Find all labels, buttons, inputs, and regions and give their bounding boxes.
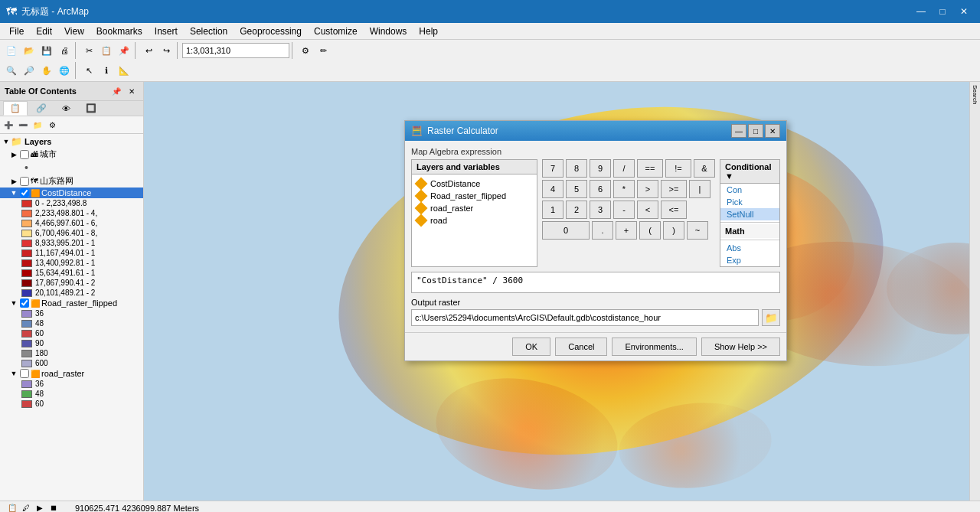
cond-pick[interactable]: Pick (720, 196, 779, 208)
menu-customize[interactable]: Customize (308, 24, 364, 38)
calc-0[interactable]: 0 (542, 221, 590, 240)
ok-button[interactable]: OK (512, 338, 550, 356)
tb-cut[interactable]: ✂ (80, 42, 97, 59)
calc-8[interactable]: 8 (566, 159, 587, 178)
calc-2[interactable]: 2 (566, 201, 587, 219)
tb-print[interactable]: 🖨 (56, 42, 73, 59)
tb-select[interactable]: ↖ (80, 62, 97, 79)
calc-div[interactable]: / (613, 159, 635, 178)
checkbox-road-network[interactable] (20, 177, 29, 186)
tb-info[interactable]: ℹ (98, 62, 115, 79)
calc-rparen[interactable]: ) (663, 221, 684, 240)
math-exp[interactable]: Exp (720, 254, 779, 266)
checkbox-city[interactable] (20, 150, 29, 159)
output-browse-button[interactable]: 📁 (762, 309, 780, 326)
minimize-button[interactable]: — (911, 4, 931, 19)
cancel-button[interactable]: Cancel (555, 338, 607, 356)
menu-windows[interactable]: Windows (364, 24, 413, 38)
toc-tab-visiblity[interactable]: 👁 (55, 102, 77, 116)
menu-edit[interactable]: Edit (30, 24, 58, 38)
layer-city[interactable]: ▶ 🏙 城市 (0, 148, 143, 161)
menu-help[interactable]: Help (413, 24, 444, 38)
tb-undo[interactable]: ↩ (140, 42, 157, 59)
calc-mul[interactable]: * (613, 180, 635, 198)
tb-zoom-in[interactable]: 🔍 (3, 62, 20, 79)
var-road-raster-flipped[interactable]: Road_raster_flipped (415, 190, 534, 202)
checkbox-road-raster-flipped[interactable] (20, 298, 29, 308)
tb-zoom-out[interactable]: 🔎 (21, 62, 38, 79)
layers-group-root[interactable]: ▼ 📁 Layers (0, 135, 143, 148)
layer-road-raster[interactable]: ▼ 🟧 road_raster (0, 368, 143, 379)
tb-save[interactable]: 💾 (38, 42, 55, 59)
var-road[interactable]: road (415, 214, 534, 227)
dialog-minimize[interactable]: — (731, 124, 746, 138)
toc-tab-source[interactable]: 🔗 (29, 101, 54, 116)
tb-measure[interactable]: 📐 (116, 62, 132, 79)
calc-lparen[interactable]: ( (639, 221, 661, 240)
menu-selection[interactable]: Selection (184, 24, 234, 38)
calc-eq[interactable]: == (637, 159, 663, 178)
toc-add-layer[interactable]: ➕ (2, 118, 15, 132)
output-path-input[interactable] (411, 309, 759, 326)
calc-6[interactable]: 6 (590, 180, 611, 198)
status-icon-1[interactable]: 📋 (6, 502, 18, 513)
toc-remove[interactable]: ➖ (16, 118, 30, 132)
layer-costdistance[interactable]: ▼ 🟧 CostDistance (0, 188, 143, 198)
calc-1[interactable]: 1 (542, 201, 564, 219)
calc-neq[interactable]: != (665, 159, 691, 178)
calc-and[interactable]: & (694, 159, 715, 178)
menu-bookmarks[interactable]: Bookmarks (90, 24, 149, 38)
calc-7[interactable]: 7 (542, 159, 564, 178)
status-icon-4[interactable]: ⏹ (47, 502, 60, 513)
close-button[interactable]: ✕ (954, 4, 974, 19)
calc-gte[interactable]: >= (661, 180, 687, 198)
checkbox-road-raster[interactable] (20, 369, 29, 378)
calc-tilde[interactable]: ~ (687, 221, 708, 240)
tb-paste[interactable]: 📌 (116, 42, 132, 59)
raster-calculator-dialog[interactable]: 🧮 Raster Calculator — □ ✕ Map Algebra ex… (404, 120, 787, 361)
toc-tab-selection[interactable]: 🔲 (79, 101, 103, 116)
menu-view[interactable]: View (58, 24, 90, 38)
tb-full-extent[interactable]: 🌐 (56, 62, 73, 79)
calc-dot[interactable]: . (592, 221, 613, 240)
toc-tab-list[interactable]: 📋 (3, 101, 28, 116)
calc-9[interactable]: 9 (590, 159, 611, 178)
calc-gt[interactable]: > (637, 180, 658, 198)
cond-con[interactable]: Con (720, 184, 779, 196)
menu-insert[interactable]: Insert (149, 24, 184, 38)
toc-close[interactable]: ✕ (125, 84, 139, 98)
maximize-button[interactable]: □ (933, 4, 952, 19)
calc-5[interactable]: 5 (566, 180, 587, 198)
environments-button[interactable]: Environments... (612, 338, 696, 356)
checkbox-costdistance[interactable] (20, 188, 29, 197)
calc-3[interactable]: 3 (590, 201, 611, 219)
calc-pipe[interactable]: | (689, 180, 710, 198)
calc-4[interactable]: 4 (542, 180, 564, 198)
tb-new[interactable]: 📄 (3, 42, 20, 59)
layer-road-raster-flipped[interactable]: ▼ 🟧 Road_raster_flipped (0, 298, 143, 308)
cond-setnull[interactable]: SetNull (720, 208, 779, 220)
calc-plus[interactable]: + (616, 221, 637, 240)
map-area[interactable]: 🧮 Raster Calculator — □ ✕ Map Algebra ex… (144, 82, 980, 501)
toc-group[interactable]: 📁 (31, 118, 44, 132)
expression-box[interactable]: "CostDistance" / 3600 (411, 272, 780, 293)
tb-editor[interactable]: ✏ (315, 42, 332, 59)
tb-redo[interactable]: ↪ (158, 42, 175, 59)
tb-open[interactable]: 📂 (21, 42, 38, 59)
calc-lt[interactable]: < (637, 201, 658, 219)
toc-pin[interactable]: 📌 (109, 84, 123, 98)
layer-road-network[interactable]: ▶ 🗺 山东路网 (0, 174, 143, 188)
menu-geoprocessing[interactable]: Geoprocessing (234, 24, 308, 38)
var-costdistance[interactable]: CostDistance (415, 178, 534, 190)
var-road-raster[interactable]: road_raster (415, 202, 534, 214)
calc-lte[interactable]: <= (661, 201, 687, 219)
tb-copy[interactable]: 📋 (98, 42, 115, 59)
tb-identify[interactable]: ⚙ (297, 42, 314, 59)
math-abs[interactable]: Abs (720, 242, 779, 254)
status-icon-3[interactable]: ▶ (34, 502, 46, 513)
scale-input[interactable] (182, 43, 289, 58)
dialog-maximize[interactable]: □ (748, 124, 763, 138)
menu-file[interactable]: File (3, 24, 30, 38)
status-icon-2[interactable]: 🖊 (20, 502, 32, 513)
calc-minus[interactable]: - (613, 201, 635, 219)
